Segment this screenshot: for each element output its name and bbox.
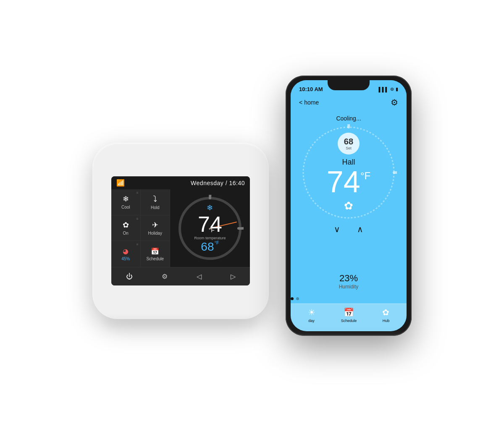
dial-setpoint-unit: °F [215, 240, 219, 245]
power-button[interactable]: ⏻ [122, 271, 137, 282]
phone-humidity-section: 23% Humidity [291, 269, 407, 294]
phone-chevrons: ∨ ∧ [334, 224, 363, 234]
screen-main: ≡ ❄ Cool ⤵ Hold ≡ ✿ [111, 189, 250, 267]
back-chevron-icon: < [299, 99, 302, 106]
phone-nav-item-hub[interactable]: ✿ Hub [382, 307, 389, 323]
signal-icon: ▌▌▌ [379, 87, 388, 92]
dial-snowflake-icon: ❄ [207, 203, 213, 212]
back-label: home [304, 99, 319, 106]
hold-button[interactable]: ⤵ Hold [141, 189, 170, 215]
phone-notch [328, 79, 370, 90]
humidity-gauge-icon: ◕ [123, 247, 129, 255]
holiday-button[interactable]: ✈ Holiday [141, 215, 170, 241]
phone-page-dots [291, 297, 407, 300]
chevron-down-button[interactable]: ∨ [334, 224, 340, 234]
menu-dots-cool: ≡ [136, 191, 139, 195]
screen-right-panel: ❄ 74 °F Room temperature 68 °F [170, 189, 250, 267]
phone-back-button[interactable]: < home [299, 99, 319, 106]
phone-fan-icon: ✿ [344, 199, 353, 212]
dial-container: ❄ 74 °F Room temperature 68 °F [176, 195, 244, 262]
thermostat-screen: 📶 Wednesday / 16:40 ≡ ❄ Cool ⤵ [111, 176, 250, 285]
menu-dots-on: ≡ [136, 217, 139, 221]
hold-label: Hold [151, 205, 160, 210]
cool-icon: ❄ [123, 194, 129, 204]
holiday-icon: ✈ [152, 220, 158, 230]
btn-row-2: ≡ ✿ On ✈ Holiday [111, 215, 170, 241]
phone-nav-hub-label: Hub [383, 319, 390, 323]
battery-icon: ▮ [396, 86, 398, 92]
menu-dots-humidity: ≡ [136, 243, 139, 246]
phone-nav-item-day[interactable]: ☀ day [308, 307, 315, 323]
screen-datetime: Wednesday / 16:40 [191, 180, 245, 186]
screen-left-panel: ≡ ❄ Cool ⤵ Hold ≡ ✿ [111, 189, 170, 267]
back-button[interactable]: ◁ [192, 271, 206, 282]
phone-nav-schedule-icon: 📅 [344, 307, 354, 317]
fan-icon: ✿ [123, 220, 129, 230]
schedule-icon: 📅 [151, 247, 159, 255]
phone-current-temp-display: 74 °F [327, 167, 370, 197]
page-dot-1 [291, 297, 294, 300]
scene: 📶 Wednesday / 16:40 ≡ ❄ Cool ⤵ [21, 21, 483, 424]
on-label: On [123, 231, 129, 236]
phone-dial-inner: 68 Set Hall 74 °F ✿ [327, 133, 370, 212]
humidity-label: 45% [121, 257, 130, 261]
dial-room-label: Room temperature [194, 236, 226, 240]
forward-button[interactable]: ▷ [226, 271, 240, 282]
phone-nav-day-icon: ☀ [308, 307, 315, 317]
dial-inner: ❄ 74 °F Room temperature 68 °F [194, 203, 226, 254]
phone-nav-item-schedule[interactable]: 📅 Schedule [341, 307, 357, 323]
chevron-up-button[interactable]: ∧ [357, 224, 363, 234]
on-button[interactable]: ≡ ✿ On [111, 215, 141, 241]
schedule-button[interactable]: 📅 Schedule [141, 241, 170, 267]
phone-navbar: < home ⚙ [291, 94, 407, 111]
phone-nav-schedule-label: Schedule [341, 319, 357, 323]
phone-dial-section: Cooling... 68 Set Hall [291, 111, 407, 269]
wifi-status-icon: ⊛ [390, 86, 394, 92]
screen-bottombar: ⏻ ⚙ ◁ ▷ [111, 267, 250, 285]
phone-setpoint-bubble: 68 Set [338, 133, 360, 154]
status-time: 10:10 AM [299, 86, 323, 92]
holiday-label: Holiday [148, 231, 162, 236]
phone-setpoint-label: Set [346, 146, 352, 150]
phone-device: 10:10 AM ▌▌▌ ⊛ ▮ < home ⚙ Cooling... [286, 76, 412, 336]
settings-button[interactable]: ⚙ [158, 271, 172, 282]
wifi-icon: 📶 [116, 179, 125, 187]
phone-humidity-value: 23% [339, 273, 358, 284]
phone-mode-label: Cooling... [336, 115, 361, 122]
humidity-button[interactable]: ≡ ◕ 45% [111, 241, 141, 267]
page-dot-2 [296, 297, 299, 300]
phone-settings-icon[interactable]: ⚙ [391, 97, 398, 107]
cool-label: Cool [121, 205, 130, 209]
screen-topbar: 📶 Wednesday / 16:40 [111, 176, 250, 189]
thermostat-device: 📶 Wednesday / 16:40 ≡ ❄ Cool ⤵ [92, 143, 269, 319]
phone-dial-wrapper: 68 Set Hall 74 °F ✿ [300, 124, 397, 221]
phone-nav-hub-icon: ✿ [382, 307, 389, 317]
phone-temp-value: 74 [327, 167, 360, 197]
phone-setpoint-temp: 68 [344, 137, 353, 146]
phone-nav-day-label: day [308, 319, 315, 323]
dial-temp-unit: °F [209, 227, 215, 233]
phone-temp-unit: °F [360, 171, 370, 181]
hold-icon: ⤵ [153, 194, 157, 204]
phone-screen: 10:10 AM ▌▌▌ ⊛ ▮ < home ⚙ Cooling... [291, 80, 407, 331]
btn-row-1: ≡ ❄ Cool ⤵ Hold [111, 189, 170, 215]
schedule-label: Schedule [146, 257, 164, 261]
setpoint-container: 68 °F [201, 240, 219, 254]
cool-button[interactable]: ≡ ❄ Cool [111, 189, 141, 215]
status-icons: ▌▌▌ ⊛ ▮ [379, 86, 398, 92]
phone-humidity-label: Humidity [339, 284, 359, 290]
dial-setpoint-temp: 68 [201, 240, 214, 254]
btn-row-3: ≡ ◕ 45% 📅 Schedule [111, 241, 170, 267]
phone-bottomnav: ☀ day 📅 Schedule ✿ Hub [291, 304, 407, 331]
